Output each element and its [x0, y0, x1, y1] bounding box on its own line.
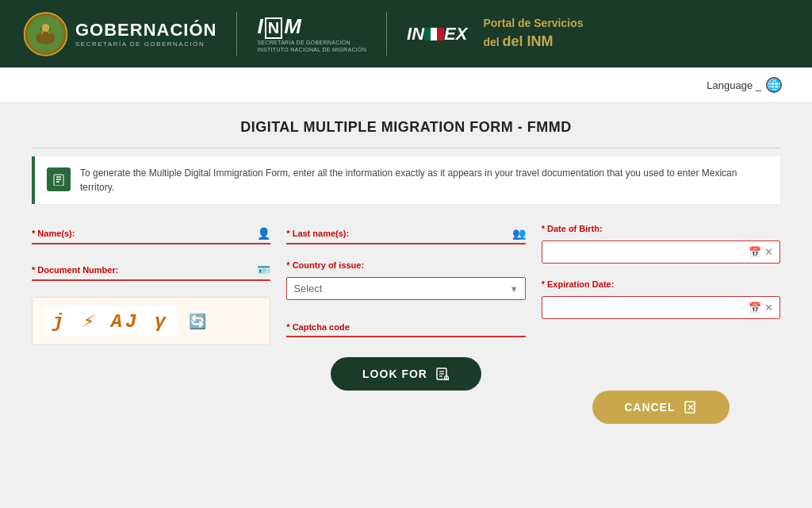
captcha-box: j ⚡ AJ γ 🔄 [32, 297, 270, 345]
document-icon: 🪪 [257, 264, 270, 276]
page-title: DIGITAL MULTIPLE MIGRATION FORM - FMMD [32, 119, 780, 136]
cancel-label: CANCEL [624, 401, 675, 414]
last-names-group: * Last name(s): 👥 [286, 224, 525, 244]
inmex-ex: EX [444, 24, 467, 44]
calendar-icon-dob[interactable]: 📅 [749, 246, 761, 258]
language-label: Language _ [707, 79, 761, 91]
info-icon [47, 167, 71, 191]
country-label: * Country of issue: [286, 260, 525, 270]
person-icon: 👤 [257, 227, 270, 240]
look-for-label: LOOK FOR [362, 368, 427, 380]
expiration-date-group: * Expiration Date: 📅 ✕ [542, 279, 780, 319]
gobernacion-name: GOBERNACIÓN SECRETARÍA DE GOBERNACIÓN [75, 20, 216, 48]
form-section: * Name(s): 👤 * Document Number: 🪪 j ⚡ AJ… [32, 224, 780, 424]
captcha-refresh-icon[interactable]: 🔄 [189, 313, 206, 330]
inm-subtitle: SECRETARÍA DE GOBERNACIÓNINSTITUTO NACIO… [257, 39, 366, 53]
info-box: To generate the Multiple Digital Immigra… [32, 156, 780, 204]
inm-logo: I N M SECRETARÍA DE GOBERNACIÓNINSTITUTO… [257, 14, 366, 53]
portal-text: Portal de Servicios del del INM [483, 16, 583, 52]
inmex-text: IN [407, 24, 424, 44]
form-col-right: * Date of Birth: 📅 ✕ * Expiration Date: … [542, 224, 780, 424]
expiration-date-label: * Expiration Date: [542, 279, 780, 289]
mexico-flag-icon [424, 28, 444, 40]
coat-of-arms-icon [24, 10, 67, 58]
dob-input[interactable] [549, 246, 745, 258]
country-select-wrapper[interactable]: Select ▼ [286, 277, 525, 300]
document-input-wrapper[interactable]: * Document Number: 🪪 [32, 260, 270, 281]
look-for-icon [435, 367, 450, 381]
expiration-input-wrapper[interactable]: 📅 ✕ [542, 296, 780, 319]
last-names-label: * Last name(s): [286, 229, 349, 238]
last-names-input[interactable] [349, 228, 508, 240]
form-col-middle: * Last name(s): 👥 * Country of issue: Se… [286, 224, 525, 424]
dob-input-wrapper[interactable]: 📅 ✕ [542, 241, 780, 264]
persons-icon: 👥 [512, 227, 526, 240]
cancel-container: CANCEL [542, 391, 780, 424]
globe-icon: 🌐 [766, 77, 782, 93]
svg-rect-14 [685, 402, 695, 413]
look-for-container: LOOK FOR [286, 357, 525, 391]
captcha-image-container: j ⚡ AJ γ 🔄 [32, 297, 270, 345]
main-content: DIGITAL MULTIPLE MIGRATION FORM - FMMD T… [0, 103, 812, 508]
header-divider-1 [236, 12, 237, 56]
page-header: GOBERNACIÓN SECRETARÍA DE GOBERNACIÓN I … [0, 0, 812, 67]
language-button[interactable]: Language _ 🌐 [700, 73, 788, 97]
toolbar: Language _ 🌐 [0, 67, 812, 103]
captcha-label: * Captcha code [286, 322, 349, 332]
calendar-icon-expiry[interactable]: 📅 [749, 302, 761, 314]
captcha-image: j ⚡ AJ γ [44, 306, 177, 337]
names-input-wrapper[interactable]: * Name(s): 👤 [32, 224, 270, 244]
cancel-button[interactable]: CANCEL [592, 391, 729, 424]
clear-expiry-icon[interactable]: ✕ [764, 302, 773, 314]
country-select[interactable]: Select [293, 283, 509, 294]
captcha-code-group: * Captcha code [286, 318, 525, 337]
gobernacion-logo: GOBERNACIÓN SECRETARÍA DE GOBERNACIÓN [24, 10, 216, 58]
dob-label: * Date of Birth: [542, 224, 780, 233]
form-col-left: * Name(s): 👤 * Document Number: 🪪 j ⚡ AJ… [32, 224, 270, 424]
svg-line-13 [447, 379, 449, 381]
document-number-group: * Document Number: 🪪 [32, 260, 270, 281]
captcha-input-wrapper[interactable]: * Captcha code [286, 318, 525, 337]
country-group: * Country of issue: Select ▼ [286, 260, 525, 300]
title-divider [32, 148, 780, 148]
dob-group: * Date of Birth: 📅 ✕ [542, 224, 780, 264]
cancel-icon [684, 400, 698, 414]
info-text: To generate the Multiple Digital Immigra… [80, 166, 768, 194]
svg-rect-4 [54, 175, 63, 186]
names-label: * Name(s): [32, 229, 75, 238]
header-divider-2 [386, 12, 387, 56]
inm-n: N [265, 17, 282, 39]
look-for-button[interactable]: LOOK FOR [331, 357, 481, 391]
inm-m: M [284, 14, 301, 39]
inm-i: I [257, 14, 262, 39]
document-number-label: * Document Number: [32, 265, 118, 275]
captcha-code-input[interactable] [350, 321, 526, 333]
expiration-date-input[interactable] [549, 302, 745, 314]
svg-point-2 [36, 32, 56, 44]
clear-dob-icon[interactable]: ✕ [764, 246, 773, 258]
names-group: * Name(s): 👤 [32, 224, 270, 244]
names-input[interactable] [75, 228, 253, 240]
chevron-down-icon: ▼ [510, 284, 519, 294]
document-number-input[interactable] [118, 264, 253, 276]
inmex-logo: IN EX [407, 24, 467, 44]
last-names-input-wrapper[interactable]: * Last name(s): 👥 [286, 224, 525, 244]
